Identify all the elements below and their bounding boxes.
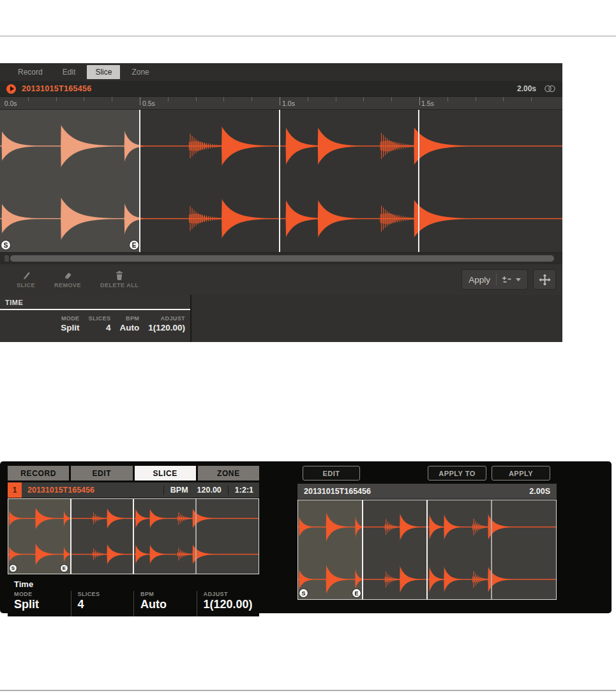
slice-start-marker[interactable]: S [1, 241, 10, 250]
sample-name: 20131015T165456 [22, 84, 91, 93]
eraser-icon [63, 271, 73, 280]
hardware-controller-displays: RECORD EDIT SLICE ZONE 1 20131015T165456… [0, 461, 612, 613]
hw-param-mode: MODE Split [8, 591, 71, 616]
hardware-right-display: EDIT APPLY TO APPLY 20131015T165456 2.00… [297, 466, 557, 600]
hw-param-mode-value[interactable]: Split [14, 598, 71, 611]
ruler-tick [168, 97, 169, 101]
hw-param-bpm-label: BPM [140, 591, 197, 597]
ruler-tick [252, 97, 252, 101]
slice-tool-button[interactable]: SLICE [17, 271, 35, 288]
hw-param-slices-label: SLICES [78, 591, 134, 597]
scrollbar-thumb[interactable] [10, 255, 554, 262]
param-bpm-label: BPM [126, 315, 139, 322]
ruler-tick [363, 97, 364, 101]
tab-zone[interactable]: Zone [123, 65, 157, 79]
scrollbar-left-cap[interactable] [4, 255, 9, 262]
hw-right-sample-name: 20131015T165456 [304, 487, 371, 496]
hw-param-slices-value[interactable]: 4 [78, 598, 134, 611]
hw-tab-slice[interactable]: SLICE [135, 466, 196, 481]
slice-divider[interactable] [418, 110, 419, 252]
time-group: TIME MODE Split SLICES 4 BPM Auto [0, 295, 192, 342]
param-mode: MODE Split [61, 310, 79, 342]
hw-param-mode-label: MODE [14, 591, 71, 597]
tab-edit[interactable]: Edit [54, 65, 84, 79]
slice-divider[interactable] [133, 499, 134, 574]
slice-divider[interactable] [279, 110, 280, 252]
hw-right-info-bar: 20131015T165456 2.00S [297, 484, 557, 499]
play-button[interactable] [6, 84, 16, 94]
hw-right-waveform[interactable]: SE [297, 500, 557, 600]
hw-left-info-bar: 1 20131015T165456 BPM 120.00 1:2:1 [8, 482, 259, 498]
delete-all-label: DELETE ALL [100, 282, 139, 288]
slice-divider[interactable] [426, 500, 428, 599]
hw-param-bpm-value[interactable]: Auto [140, 598, 197, 611]
ruler-tick [280, 97, 280, 105]
hw-right-duration: 2.00S [529, 487, 550, 496]
hw-left-waveform[interactable]: SE [8, 498, 259, 574]
hw-tab-zone[interactable]: ZONE [198, 466, 259, 481]
hw-right-buttons: EDIT APPLY TO APPLY [297, 466, 557, 481]
ruler-label: 0.5s [142, 100, 155, 107]
hardware-left-display: RECORD EDIT SLICE ZONE 1 20131015T165456… [8, 466, 259, 616]
editor-tabbar: Record Edit Slice Zone [0, 63, 562, 81]
ruler-label: 0.0s [4, 100, 17, 107]
slice-end-marker[interactable]: E [130, 241, 139, 250]
ruler-tick [419, 97, 420, 105]
hw-edit-button[interactable]: EDIT [303, 466, 360, 481]
page: Record Edit Slice Zone 20131015T165456 2… [0, 0, 616, 693]
hw-bpm-value: 120.00 [197, 486, 222, 495]
slice-divider[interactable] [139, 110, 140, 252]
ruler-label: 1.0s [282, 100, 295, 107]
slice-start-marker[interactable]: S [299, 589, 308, 597]
slice-start-marker[interactable]: S [10, 565, 17, 572]
param-bpm-value[interactable]: Auto [119, 323, 139, 332]
hw-bpm-label: BPM [170, 486, 188, 495]
hw-left-tabbar: RECORD EDIT SLICE ZONE [8, 466, 259, 481]
apply-dropdown-caret[interactable] [516, 278, 521, 281]
param-adjust-value[interactable]: 1(120.00) [148, 323, 185, 332]
hw-tab-record[interactable]: RECORD [8, 466, 69, 481]
remove-tool-label: REMOVE [54, 282, 81, 288]
apply-separator [496, 274, 497, 285]
waveform-display[interactable]: SE [0, 109, 562, 252]
hw-param-adjust-value[interactable]: 1(120.00) [204, 598, 260, 611]
slice-end-marker[interactable]: E [352, 589, 361, 597]
slice-divider[interactable] [195, 499, 197, 574]
hw-apply-button[interactable]: APPLY [492, 466, 550, 481]
param-slices-value[interactable]: 4 [106, 323, 111, 332]
remove-tool-button[interactable]: REMOVE [54, 271, 81, 288]
slice-divider[interactable] [491, 500, 492, 599]
ruler-tick [336, 97, 336, 101]
slice-toolbar: SLICE REMOVE DELETE ALL Apply [0, 264, 562, 295]
delete-all-button[interactable]: DELETE ALL [100, 271, 139, 288]
trash-icon [115, 271, 124, 280]
hw-apply-to-button[interactable]: APPLY TO [428, 466, 486, 481]
slice-end-marker[interactable]: E [61, 565, 68, 572]
ruler-tick [391, 97, 392, 101]
hw-param-bpm: BPM Auto [133, 591, 197, 616]
tab-slice[interactable]: Slice [87, 65, 120, 79]
apply-button-label: Apply [469, 275, 490, 285]
slice-divider[interactable] [362, 500, 363, 599]
hw-sample-name: 20131015T165456 [27, 486, 94, 495]
tab-record[interactable]: Record [10, 65, 51, 79]
waveform-canvas[interactable] [0, 110, 562, 252]
pad-number-badge: 1 [8, 482, 22, 498]
hw-params: MODE Split SLICES 4 BPM Auto ADJUST 1(12… [8, 591, 259, 616]
param-adjust-label: ADJUST [161, 315, 185, 322]
timeline-ruler: 0.0s0.5s1.0s1.5s [0, 96, 562, 109]
hw-song-position: 1:2:1 [235, 486, 253, 495]
pan-mode-button[interactable] [533, 269, 556, 290]
slice-divider[interactable] [70, 499, 71, 574]
sample-title-bar: 20131015T165456 2.00s [0, 81, 562, 96]
param-mode-value[interactable]: Split [61, 323, 79, 332]
sample-duration: 2.00s [517, 84, 536, 93]
top-divider [0, 36, 616, 36]
hw-info-divider [163, 486, 164, 495]
apply-button[interactable]: Apply [462, 269, 528, 290]
hw-tab-edit[interactable]: EDIT [71, 466, 132, 481]
waveform-scrollbar[interactable] [0, 252, 562, 264]
ruler-tick [503, 97, 504, 101]
ruler-tick [447, 97, 448, 101]
ruler-tick [223, 97, 224, 101]
